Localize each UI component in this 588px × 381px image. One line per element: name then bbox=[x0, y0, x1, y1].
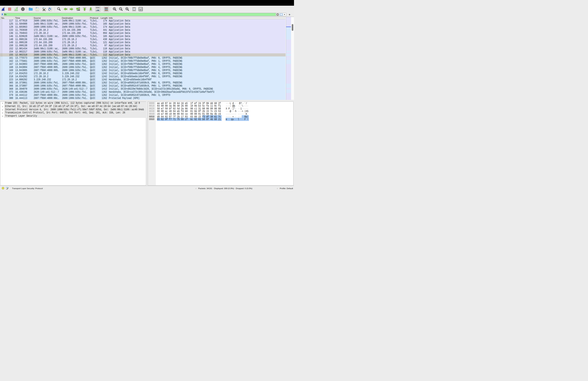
svg-text:2: 2 bbox=[139, 9, 140, 11]
svg-text:1: 1 bbox=[141, 7, 142, 9]
svg-text:01110: 01110 bbox=[36, 10, 38, 11]
svg-text:3: 3 bbox=[141, 9, 142, 11]
